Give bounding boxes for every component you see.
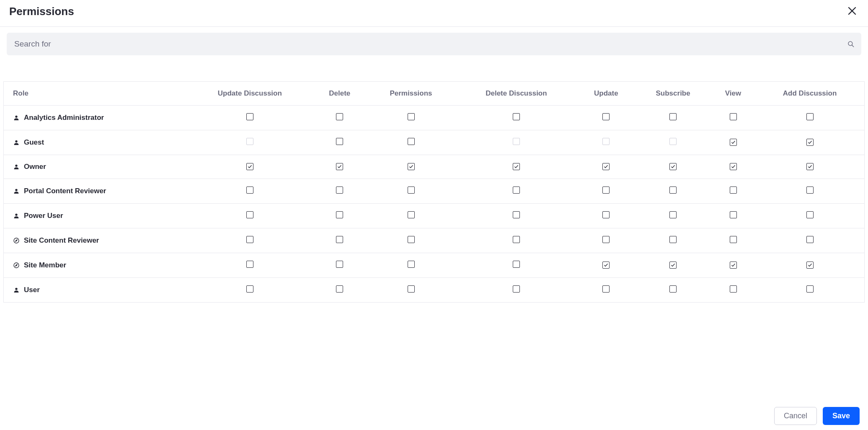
role-name: Owner: [24, 163, 46, 171]
permission-checkbox-permissions[interactable]: [408, 113, 415, 120]
svg-point-13: [15, 288, 17, 290]
permission-checkbox-update[interactable]: [602, 285, 610, 293]
close-button[interactable]: [845, 4, 859, 19]
permission-checkbox-permissions[interactable]: [408, 285, 415, 293]
role-name: Guest: [24, 138, 44, 147]
permission-checkbox-add-discussion[interactable]: [806, 211, 814, 218]
role-name: Site Member: [24, 261, 66, 269]
permission-checkbox-update[interactable]: [602, 113, 610, 120]
permission-checkbox-view[interactable]: [730, 285, 737, 293]
permission-checkbox-delete-discussion[interactable]: [513, 236, 520, 243]
permission-checkbox-update-discussion[interactable]: [246, 236, 253, 243]
permission-checkbox-delete-discussion[interactable]: [513, 261, 520, 268]
permission-checkbox-subscribe[interactable]: [669, 211, 677, 218]
permission-checkbox-update[interactable]: [602, 211, 610, 218]
user-icon: [13, 114, 20, 121]
column-header-permissions: Permissions: [367, 82, 456, 106]
search-input[interactable]: [13, 39, 847, 49]
permission-cell: [711, 253, 755, 278]
permission-cell: [187, 204, 313, 228]
permission-cell: [313, 278, 367, 303]
permission-checkbox-permissions[interactable]: [408, 236, 415, 243]
svg-point-5: [15, 140, 17, 142]
permission-checkbox-permissions[interactable]: [408, 261, 415, 268]
permission-checkbox-update[interactable]: [602, 236, 610, 243]
permission-checkbox-subscribe[interactable]: [669, 113, 677, 120]
permission-checkbox-update-discussion[interactable]: [246, 211, 253, 218]
permission-checkbox-update-discussion[interactable]: [246, 187, 253, 194]
permission-checkbox-delete[interactable]: [336, 113, 343, 120]
permission-checkbox-add-discussion[interactable]: [806, 139, 814, 146]
role-name: Portal Content Reviewer: [24, 187, 106, 195]
permission-checkbox-delete-discussion[interactable]: [513, 187, 520, 194]
search-icon: [847, 40, 855, 48]
permission-checkbox-update-discussion[interactable]: [246, 261, 253, 268]
role-cell: User: [4, 278, 187, 303]
permission-checkbox-permissions[interactable]: [408, 138, 415, 145]
permission-cell: [187, 106, 313, 130]
permission-checkbox-delete-discussion[interactable]: [513, 113, 520, 120]
permission-checkbox-add-discussion[interactable]: [806, 262, 814, 269]
svg-line-3: [852, 45, 854, 47]
permission-cell: [755, 179, 864, 204]
permissions-table: RoleUpdate DiscussionDeletePermissionsDe…: [3, 81, 865, 303]
permission-checkbox-subscribe[interactable]: [669, 262, 677, 269]
permission-checkbox-update[interactable]: [602, 187, 610, 194]
user-icon: [13, 139, 20, 146]
permission-cell: [313, 204, 367, 228]
permission-checkbox-update[interactable]: [602, 163, 610, 170]
permission-checkbox-delete-discussion[interactable]: [513, 285, 520, 293]
table-row: Site Member: [4, 253, 865, 278]
search-box[interactable]: [7, 33, 861, 55]
permission-checkbox-delete[interactable]: [336, 236, 343, 243]
permission-checkbox-update-discussion[interactable]: [246, 285, 253, 293]
permission-cell: [187, 253, 313, 278]
permission-cell: [711, 130, 755, 155]
permission-checkbox-delete[interactable]: [336, 138, 343, 145]
permission-checkbox-view[interactable]: [730, 139, 737, 146]
permission-checkbox-add-discussion[interactable]: [806, 285, 814, 293]
permission-checkbox-subscribe[interactable]: [669, 285, 677, 293]
permission-checkbox-subscribe[interactable]: [669, 163, 677, 170]
permission-checkbox-add-discussion[interactable]: [806, 187, 814, 194]
permission-cell: [635, 204, 711, 228]
permission-checkbox-delete[interactable]: [336, 285, 343, 293]
permission-checkbox-subscribe[interactable]: [669, 187, 677, 194]
permission-cell: [187, 155, 313, 179]
permission-checkbox-delete[interactable]: [336, 211, 343, 218]
permission-cell: [367, 204, 456, 228]
permission-checkbox-subscribe[interactable]: [669, 236, 677, 243]
permission-checkbox-add-discussion[interactable]: [806, 163, 814, 170]
permission-checkbox-add-discussion[interactable]: [806, 236, 814, 243]
table-row: Portal Content Reviewer: [4, 179, 865, 204]
permission-checkbox-update[interactable]: [602, 262, 610, 269]
permission-checkbox-view[interactable]: [730, 163, 737, 170]
permission-cell: [187, 179, 313, 204]
permission-cell: [367, 106, 456, 130]
search-bar: [0, 27, 868, 60]
permission-checkbox-permissions[interactable]: [408, 187, 415, 194]
role-name: Analytics Administrator: [24, 114, 104, 122]
svg-marker-12: [16, 264, 17, 266]
permission-checkbox-delete[interactable]: [336, 261, 343, 268]
permission-cell: [187, 130, 313, 155]
permission-cell: [187, 228, 313, 253]
permission-checkbox-permissions[interactable]: [408, 163, 415, 170]
permission-checkbox-delete-discussion[interactable]: [513, 211, 520, 218]
permission-checkbox-delete[interactable]: [336, 187, 343, 194]
permission-checkbox-view[interactable]: [730, 187, 737, 194]
compass-icon: [13, 262, 20, 269]
permission-checkbox-update-discussion[interactable]: [246, 113, 253, 120]
user-icon: [13, 287, 20, 293]
permission-checkbox-delete[interactable]: [336, 163, 343, 170]
permission-cell: [577, 106, 635, 130]
permission-checkbox-permissions[interactable]: [408, 211, 415, 218]
permission-checkbox-view[interactable]: [730, 262, 737, 269]
permission-checkbox-add-discussion[interactable]: [806, 113, 814, 120]
permission-checkbox-view[interactable]: [730, 113, 737, 120]
permission-checkbox-delete-discussion[interactable]: [513, 163, 520, 170]
compass-icon: [13, 237, 20, 244]
permission-checkbox-view[interactable]: [730, 211, 737, 218]
permission-checkbox-update-discussion[interactable]: [246, 163, 253, 170]
permission-checkbox-view[interactable]: [730, 236, 737, 243]
